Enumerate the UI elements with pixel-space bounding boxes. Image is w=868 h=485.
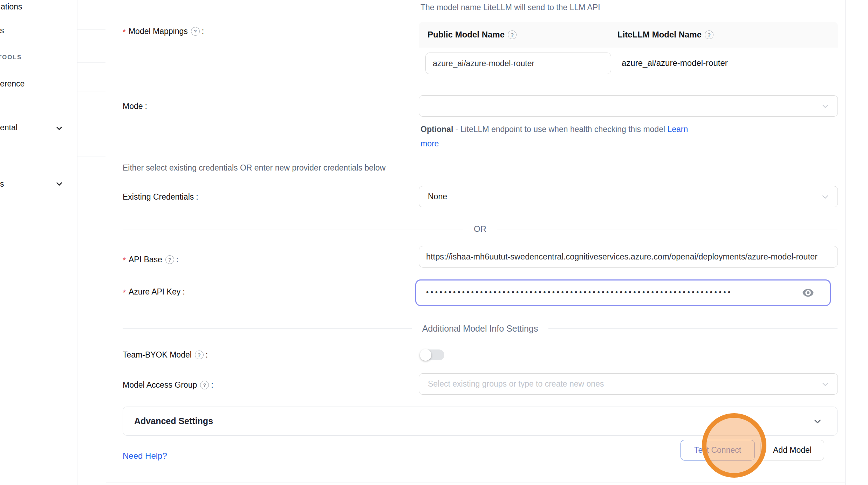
label-colon: : — [196, 192, 198, 202]
additional-info-divider: Additional Model Info Settings — [123, 324, 838, 334]
chevron-down-icon[interactable] — [55, 124, 63, 132]
team-byok-toggle[interactable] — [420, 349, 444, 360]
select-placeholder: Select existing groups or type to create… — [428, 379, 604, 389]
divider-text: OR — [474, 224, 486, 234]
column-header-litellm-model-name: LiteLLM Model Name ? — [609, 30, 713, 40]
need-help-link[interactable]: Need Help? — [123, 451, 167, 461]
column-header-text: Public Model Name — [428, 30, 505, 40]
label-colon: : — [206, 350, 208, 360]
chevron-down-icon — [821, 380, 830, 389]
litellm-model-name-value: azure_ai/azure-model-router — [622, 58, 728, 68]
mode-label: Mode : — [123, 102, 147, 111]
chevron-down-icon — [821, 102, 830, 111]
label-colon: : — [145, 102, 147, 111]
or-divider: OR — [123, 224, 838, 234]
column-separator — [609, 27, 609, 43]
mode-help-text: Optional - LiteLLM endpoint to use when … — [421, 122, 706, 151]
divider — [77, 134, 105, 134]
azure-api-key-input[interactable]: ••••••••••••••••••••••••••••••••••••••••… — [415, 279, 831, 306]
select-value: None — [428, 192, 447, 201]
model-mappings-table: Public Model Name ? LiteLLM Model Name ?… — [419, 22, 838, 81]
divider-line — [497, 229, 838, 229]
help-icon[interactable]: ? — [191, 27, 200, 36]
toggle-knob — [420, 349, 431, 361]
credentials-note: Either select existing credentials OR en… — [123, 163, 385, 173]
chevron-down-icon — [821, 192, 830, 201]
masked-password-dots: ••••••••••••••••••••••••••••••••••••••••… — [416, 288, 781, 296]
label-colon: : — [176, 255, 178, 264]
divider — [77, 29, 105, 30]
advanced-settings-title: Advanced Settings — [134, 416, 213, 426]
divider-line — [548, 328, 838, 329]
sidebar-item[interactable]: s — [0, 26, 4, 35]
model-name-hint: The model name LiteLLM will send to the … — [421, 3, 600, 12]
api-base-input[interactable] — [419, 246, 838, 268]
divider-line — [123, 328, 412, 329]
help-icon[interactable]: ? — [165, 255, 174, 264]
label-text: API Base — [129, 255, 162, 264]
model-access-group-select[interactable]: Select existing groups or type to create… — [419, 373, 838, 395]
eye-icon[interactable] — [801, 286, 815, 300]
table-row: azure_ai/azure-model-router — [419, 48, 838, 81]
model-mappings-label: * Model Mappings ? : — [123, 27, 204, 36]
chevron-down-icon — [813, 416, 822, 426]
label-text: Model Access Group — [123, 380, 197, 390]
sidebar-border — [77, 0, 77, 485]
chevron-down-icon[interactable] — [55, 180, 63, 188]
existing-credentials-select[interactable]: None — [419, 186, 838, 207]
add-model-page: ations s TOOLS erence ental s The model … — [0, 0, 868, 485]
help-icon[interactable]: ? — [200, 381, 209, 389]
existing-credentials-label: Existing Credentials : — [123, 192, 198, 202]
label-text: Existing Credentials — [123, 192, 194, 202]
sidebar-item[interactable]: ental — [0, 123, 18, 132]
optional-text: - LiteLLM endpoint to use when health ch… — [453, 125, 667, 134]
divider — [77, 62, 105, 63]
required-asterisk: * — [123, 28, 126, 36]
help-icon[interactable]: ? — [705, 30, 713, 39]
divider-text: Additional Model Info Settings — [422, 324, 538, 334]
help-icon[interactable]: ? — [195, 351, 204, 359]
optional-bold: Optional — [421, 125, 453, 134]
label-colon: : — [183, 287, 185, 297]
table-header: Public Model Name ? LiteLLM Model Name ? — [419, 22, 838, 48]
divider — [77, 157, 105, 157]
content-right-border — [845, 0, 846, 485]
mode-select[interactable] — [419, 95, 838, 117]
sidebar-item[interactable]: erence — [0, 79, 25, 89]
required-asterisk: * — [123, 257, 126, 265]
label-text: Azure API Key — [129, 287, 180, 297]
required-asterisk: * — [123, 289, 126, 297]
divider — [77, 91, 105, 91]
label-colon: : — [202, 27, 204, 36]
column-header-public-model-name: Public Model Name ? — [419, 30, 609, 40]
label-colon: : — [211, 380, 213, 390]
label-text: Team-BYOK Model — [123, 350, 192, 360]
team-byok-label: Team-BYOK Model ? : — [123, 350, 208, 360]
add-model-button[interactable]: Add Model — [760, 440, 824, 460]
sidebar-item[interactable]: s — [0, 179, 4, 189]
label-text: Model Mappings — [129, 27, 188, 36]
public-model-name-input[interactable] — [425, 53, 611, 74]
divider-line — [123, 229, 463, 229]
label-text: Mode — [123, 102, 143, 111]
modal-bottom-border — [106, 483, 845, 483]
test-connect-button[interactable]: Test Connect — [681, 440, 755, 460]
column-header-text: LiteLLM Model Name — [617, 30, 702, 40]
azure-api-key-label: * Azure API Key : — [123, 287, 185, 297]
model-access-group-label: Model Access Group ? : — [123, 380, 213, 390]
sidebar-section-label: TOOLS — [0, 54, 22, 61]
help-icon[interactable]: ? — [508, 30, 517, 39]
advanced-settings-toggle[interactable]: Advanced Settings — [123, 407, 838, 436]
sidebar-item[interactable]: ations — [1, 2, 22, 12]
api-base-label: * API Base ? : — [123, 255, 178, 264]
